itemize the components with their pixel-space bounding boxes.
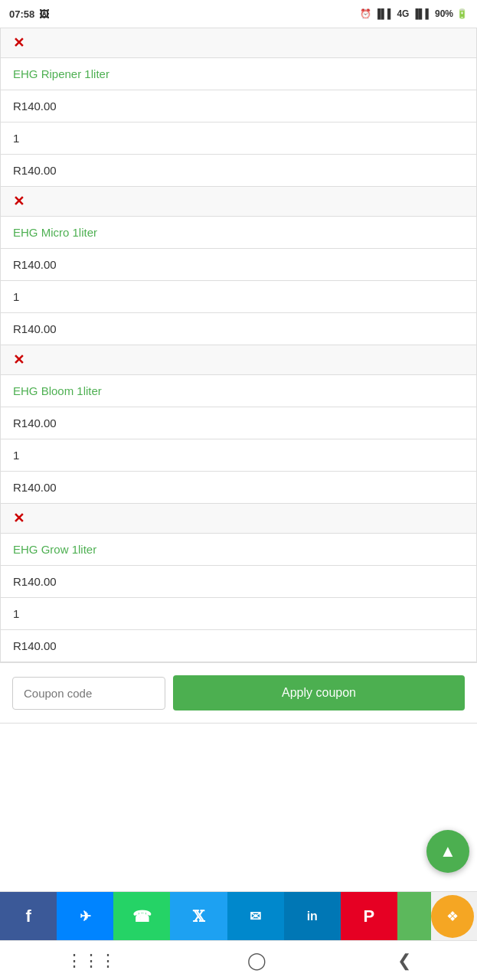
time: 07:58 [9,8,34,20]
alarm-icon: ⏰ [360,8,371,19]
home-icon: ◯ [247,951,266,971]
extra-share-button[interactable] [397,892,431,941]
table-row: R140.00 [1,472,477,504]
apply-coupon-button[interactable]: Apply coupon [173,675,465,710]
whatsapp-icon: ☎ [132,907,152,926]
coupon-row: Apply coupon [0,662,477,724]
product-subtotal-2: R140.00 [13,322,57,335]
linkedin-icon: in [307,910,318,923]
telegram-share-button[interactable]: ✉ [227,892,284,941]
table-row: EHG Ripener 1liter [1,58,477,90]
remove-item-4-button[interactable]: ✕ [13,510,25,527]
table-row: EHG Grow 1liter [1,534,477,566]
table-row: EHG Micro 1liter [1,217,477,249]
table-row: R140.00 [1,90,477,122]
remove-item-3-button[interactable]: ✕ [13,351,25,368]
product-name-1: EHG Ripener 1liter [13,67,109,80]
linkedin-share-button[interactable]: in [284,892,341,941]
table-row: 1 [1,598,477,630]
table-row: ✕ [1,504,477,534]
share-icon: ❖ [446,908,459,925]
product-subtotal-4: R140.00 [13,639,57,652]
product-qty-4: 1 [13,607,19,620]
table-row: 1 [1,281,477,313]
main-content: ✕ EHG Ripener 1liter R140.00 1 R140.00 [0,28,477,891]
product-name-4: EHG Grow 1liter [13,543,96,556]
messenger-share-button[interactable]: ✈ [57,892,113,941]
product-price-4: R140.00 [13,575,57,588]
remove-item-1-button[interactable]: ✕ [13,34,25,51]
image-icon: 🖼 [39,8,49,20]
network-type: 4G [397,8,409,19]
menu-icon: ⋮⋮⋮ [66,951,116,971]
product-qty-1: 1 [13,132,19,145]
table-row: R140.00 [1,249,477,281]
table-row: R140.00 [1,313,477,345]
pinterest-share-button[interactable]: P [341,892,397,941]
signal-bars: ▐▌▌ [374,8,394,19]
facebook-share-button[interactable]: f [0,892,57,941]
product-price-1: R140.00 [13,100,57,113]
messenger-icon: ✈ [80,908,91,925]
back-icon: ❮ [397,951,411,971]
whatsapp-share-button[interactable]: ☎ [113,892,170,941]
product-qty-2: 1 [13,290,19,303]
table-row: 1 [1,122,477,155]
table-row: EHG Bloom 1liter [1,375,477,407]
product-name-2: EHG Micro 1liter [13,226,97,239]
share-button[interactable]: ❖ [431,895,474,938]
product-price-2: R140.00 [13,258,57,271]
status-left: 07:58 🖼 [9,8,49,20]
table-row: R140.00 [1,407,477,439]
facebook-icon: f [25,906,31,926]
signal-bars-2: ▐▌▌ [412,8,432,19]
cart-table: ✕ EHG Ripener 1liter R140.00 1 R140.00 [0,28,477,662]
social-share-bar: f ✈ ☎ 𝕏 ✉ in P ❖ [0,891,477,940]
product-price-3: R140.00 [13,416,57,430]
nav-home-button[interactable]: ◯ [232,945,282,977]
product-subtotal-1: R140.00 [13,164,57,177]
telegram-icon: ✉ [250,908,261,925]
scroll-to-top-fab[interactable]: ▲ [426,830,469,873]
battery-icon: 🔋 [456,8,468,19]
twitter-icon: 𝕏 [193,907,205,926]
product-qty-3: 1 [13,449,19,462]
table-row: R140.00 [1,630,477,662]
nav-back-button[interactable]: ❮ [382,945,426,977]
status-right: ⏰ ▐▌▌ 4G ▐▌▌ 90% 🔋 [360,8,468,19]
arrow-up-icon: ▲ [439,841,456,861]
table-row: 1 [1,439,477,472]
navigation-bar: ⋮⋮⋮ ◯ ❮ [0,940,477,980]
battery: 90% [435,8,453,19]
table-row: ✕ [1,345,477,375]
pinterest-icon: P [364,906,375,926]
coupon-input[interactable] [12,677,165,710]
twitter-share-button[interactable]: 𝕏 [170,892,227,941]
table-row: R140.00 [1,155,477,187]
remove-item-2-button[interactable]: ✕ [13,193,25,210]
product-name-3: EHG Bloom 1liter [13,384,102,397]
status-bar: 07:58 🖼 ⏰ ▐▌▌ 4G ▐▌▌ 90% 🔋 [0,0,477,28]
table-row: R140.00 [1,566,477,598]
nav-menu-button[interactable]: ⋮⋮⋮ [51,945,132,977]
table-row: ✕ [1,187,477,217]
product-subtotal-3: R140.00 [13,481,57,494]
table-row: ✕ [1,28,477,58]
